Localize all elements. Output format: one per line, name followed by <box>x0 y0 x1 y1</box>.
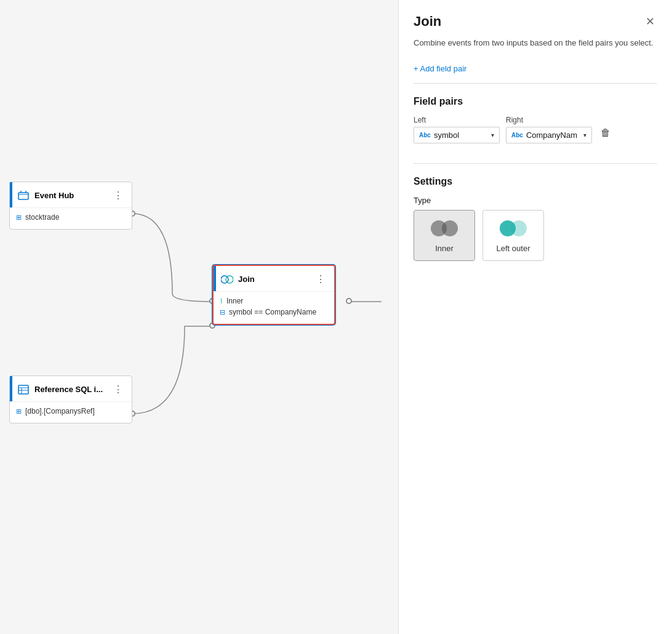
sql-icon <box>17 383 30 396</box>
right-panel: Join ✕ Combine events from two inputs ba… <box>398 0 672 634</box>
field-pair-row: Left Abc symbol ▾ Right Abc CompanyNam ▾… <box>414 116 657 143</box>
event-hub-header-left: Event Hub <box>12 190 74 202</box>
event-hub-header: Event Hub ⋮ <box>10 182 132 207</box>
event-hub-title: Event Hub <box>34 191 74 200</box>
svg-point-9 <box>226 276 233 283</box>
reference-sql-input-row: ⊞ [dbo].[CompanysRef] <box>16 406 126 417</box>
join-type-label: Inner <box>226 297 243 305</box>
left-select-icon: Abc <box>419 132 431 138</box>
event-hub-body: ⊞ stocktrade <box>10 207 132 229</box>
table-icon-1: ⊞ <box>16 214 22 222</box>
settings-section: Settings Type Inner <box>399 164 672 273</box>
left-field-col: Left Abc symbol ▾ <box>414 116 500 143</box>
reference-sql-more-btn[interactable]: ⋮ <box>111 382 126 396</box>
svg-point-11 <box>442 220 458 236</box>
reference-sql-node: Reference SQL i... ⋮ ⊞ [dbo].[CompanysRe… <box>9 375 132 423</box>
reference-sql-body: ⊞ [dbo].[CompanysRef] <box>10 401 132 423</box>
join-node-title: Join <box>238 275 255 284</box>
join-node-header: Join ⋮ <box>214 266 334 291</box>
left-select[interactable]: Abc symbol ▾ <box>414 127 500 143</box>
left-outer-join-option[interactable]: Left outer <box>482 210 544 261</box>
event-hub-more-btn[interactable]: ⋮ <box>111 188 126 203</box>
join-node-header-left: Join <box>216 273 255 286</box>
left-chevron-icon: ▾ <box>491 132 494 138</box>
event-hub-icon <box>17 190 30 202</box>
panel-header: Join ✕ <box>399 0 672 37</box>
panel-description: Combine events from two inputs based on … <box>399 37 672 59</box>
left-select-value: symbol <box>434 130 487 140</box>
type-label: Type <box>414 196 657 205</box>
right-field-col: Right Abc CompanyNam ▾ <box>506 116 592 143</box>
event-hub-input-name: stocktrade <box>25 213 59 222</box>
join-node-more-btn[interactable]: ⋮ <box>313 272 328 286</box>
add-field-pair-button[interactable]: + Add field pair <box>399 59 672 83</box>
add-field-pair-label: + Add field pair <box>414 64 466 73</box>
inner-join-icon <box>429 218 460 239</box>
delete-field-pair-button[interactable]: 🗑 <box>598 125 613 141</box>
right-select[interactable]: Abc CompanyNam ▾ <box>506 127 592 143</box>
svg-rect-0 <box>18 193 28 199</box>
svg-point-13 <box>511 220 527 236</box>
join-type-icon: ⌇ <box>220 297 223 305</box>
join-field-row: ⊟ symbol == CompanyName <box>220 307 328 318</box>
left-outer-join-icon <box>498 218 529 239</box>
join-type-row: ⌇ Inner <box>220 295 328 307</box>
right-label: Right <box>506 116 592 124</box>
inner-join-option[interactable]: Inner <box>414 210 475 261</box>
canvas-area: Event Hub ⋮ ⊞ stocktrade <box>0 0 398 634</box>
reference-sql-input-name: [dbo].[CompanysRef] <box>25 407 95 415</box>
join-node[interactable]: Join ⋮ ⌇ Inner ⊟ symbol == CompanyName <box>212 265 335 325</box>
event-hub-node: Event Hub ⋮ ⊞ stocktrade <box>9 182 132 230</box>
panel-title: Join <box>414 14 441 30</box>
table-icon-2: ⊞ <box>16 407 22 415</box>
join-field-icon: ⊟ <box>220 308 225 316</box>
svg-rect-4 <box>18 385 28 394</box>
inner-join-label: Inner <box>435 244 454 253</box>
left-label: Left <box>414 116 500 124</box>
field-pairs-title: Field pairs <box>414 96 657 107</box>
right-chevron-icon: ▾ <box>583 132 586 138</box>
type-options: Inner Left outer <box>414 210 657 261</box>
right-select-icon: Abc <box>511 132 523 138</box>
join-field-pair: symbol == CompanyName <box>229 308 316 316</box>
reference-sql-title: Reference SQL i... <box>34 385 103 394</box>
left-outer-join-label: Left outer <box>497 244 530 253</box>
connection-dot-join-out <box>346 298 352 304</box>
event-hub-input-row: ⊞ stocktrade <box>16 212 126 223</box>
join-node-body: ⌇ Inner ⊟ symbol == CompanyName <box>214 291 334 324</box>
right-select-value: CompanyNam <box>526 130 580 140</box>
connections-svg <box>0 0 398 634</box>
close-button[interactable]: ✕ <box>643 12 657 31</box>
reference-sql-header-left: Reference SQL i... <box>12 383 103 396</box>
reference-sql-header: Reference SQL i... ⋮ <box>10 376 132 401</box>
settings-title: Settings <box>414 176 657 187</box>
join-venn-icon <box>221 273 233 286</box>
field-pairs-section: Field pairs Left Abc symbol ▾ Right Abc … <box>399 84 672 163</box>
